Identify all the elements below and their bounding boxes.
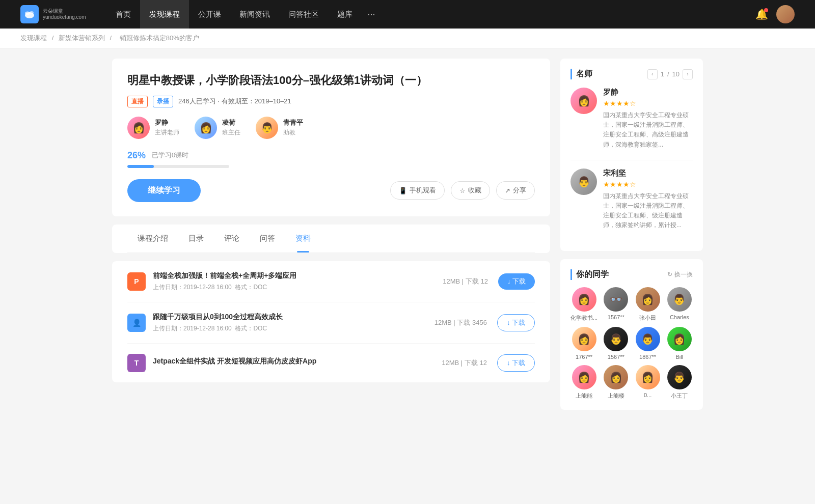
classmate-item-10[interactable]: 👩 0... xyxy=(634,365,661,400)
resource-name-2: Jetpack全组件实战 开发短视频应用高仿皮皮虾App xyxy=(153,357,442,366)
instructor-avatar-2: 👩 xyxy=(195,117,217,139)
header-right: 🔔 xyxy=(755,5,795,23)
prev-page-button[interactable]: ‹ xyxy=(647,69,658,79)
resource-meta-0: 上传日期：2019-12-28 16:00 格式：DOC xyxy=(153,283,443,292)
classmate-avatar-4: 👩 xyxy=(572,327,596,351)
resource-item-2: T Jetpack全组件实战 开发短视频应用高仿皮皮虾App 12MB | 下载… xyxy=(127,344,535,382)
instructor-role-2: 班主任 xyxy=(222,128,240,137)
tab-resources[interactable]: 资料 xyxy=(285,225,321,253)
classmate-item-0[interactable]: 👩 化学教书... xyxy=(570,287,597,322)
page-current: 1 xyxy=(661,70,664,78)
teachers-header: 名师 ‹ 1 / 10 › xyxy=(570,69,693,79)
resource-item-1: 👤 跟随千万级项目从0到100全过程高效成长 上传日期：2019-12-28 1… xyxy=(127,302,535,344)
continue-learning-button[interactable]: 继续学习 xyxy=(127,179,201,202)
classmate-name-4: 1767** xyxy=(570,354,597,360)
nav-qa[interactable]: 问答社区 xyxy=(279,0,328,29)
teacher-avatar-2: 👨 xyxy=(570,169,597,195)
next-page-button[interactable]: › xyxy=(683,69,693,79)
classmate-name-7: Bill xyxy=(666,354,693,360)
main-nav: 首页 发现课程 公开课 新闻资讯 问答社区 题库 ··· xyxy=(106,0,382,29)
teacher-name-2: 宋利坚 xyxy=(603,169,693,178)
tab-catalog[interactable]: 目录 xyxy=(178,225,214,253)
classmate-avatar-1: 👓 xyxy=(604,287,628,312)
classmate-avatar-8: 👩 xyxy=(572,365,596,389)
course-enrollment: 246人已学习 · 有效期至：2019–10–21 xyxy=(178,97,291,106)
instructor-2: 👩 凌荷 班主任 xyxy=(195,117,240,139)
teacher-info-2: 宋利坚 ★★★★☆ 国内某重点大学安全工程专业硕士，国家一级注册消防工程师、注册… xyxy=(603,169,693,231)
logo-icon xyxy=(20,5,39,23)
instructor-1: 👩 罗静 主讲老师 xyxy=(127,117,179,139)
resource-stats-0: 12MB | 下载 12 xyxy=(443,277,488,286)
breadcrumb-series[interactable]: 新媒体营销系列 xyxy=(59,34,105,42)
course-tabs: 课程介绍 目录 评论 问答 资料 xyxy=(127,225,535,253)
share-button[interactable]: ↗ 分享 xyxy=(496,181,535,200)
resource-info-0: 前端全栈加强版！前端全栈+全周期+多端应用 上传日期：2019-12-28 16… xyxy=(153,271,443,292)
classmate-item-1[interactable]: 👓 1567** xyxy=(603,287,629,322)
resource-info-1: 跟随千万级项目从0到100全过程高效成长 上传日期：2019-12-28 16:… xyxy=(153,313,434,333)
action-row: 继续学习 📱 手机观看 ☆ 收藏 ↗ 分享 xyxy=(127,179,535,202)
teachers-title: 名师 xyxy=(570,69,592,79)
nav-more[interactable]: ··· xyxy=(362,0,382,29)
classmate-item-9[interactable]: 👩 上能楼 xyxy=(603,365,629,400)
refresh-label: 换一换 xyxy=(674,270,693,279)
instructor-avatar-1: 👩 xyxy=(127,117,150,139)
download-button-2[interactable]: ↓ 下载 xyxy=(497,354,535,372)
resource-meta-1: 上传日期：2019-12-28 16:00 格式：DOC xyxy=(153,324,434,333)
course-meta: 直播 录播 246人已学习 · 有效期至：2019–10–21 xyxy=(127,96,535,107)
classmate-avatar-10: 👩 xyxy=(636,365,660,389)
classmate-avatar-11: 👨 xyxy=(667,365,692,389)
star-icon: ☆ xyxy=(459,187,466,194)
nav-news[interactable]: 新闻资讯 xyxy=(230,0,279,29)
teachers-card: 名师 ‹ 1 / 10 › 👩 罗静 ★★★★☆ 国内某重点大学安全工程专业硕士… xyxy=(560,59,703,251)
nav-discover[interactable]: 发现课程 xyxy=(140,0,189,29)
classmates-grid: 👩 化学教书... 👓 1567** 👩 张小田 👨 Charles 👩 176… xyxy=(570,287,693,400)
classmate-name-10: 0... xyxy=(634,392,661,398)
resource-list: P 前端全栈加强版！前端全栈+全周期+多端应用 上传日期：2019-12-28 … xyxy=(112,261,550,382)
breadcrumb-discover[interactable]: 发现课程 xyxy=(20,34,47,42)
progress-percentage: 26% xyxy=(127,150,146,161)
nav-public[interactable]: 公开课 xyxy=(189,0,230,29)
refresh-classmates-button[interactable]: ↻ 换一换 xyxy=(667,270,693,279)
instructors: 👩 罗静 主讲老师 👩 凌荷 班主任 👨 青青平 xyxy=(127,117,535,139)
nav-quiz[interactable]: 题库 xyxy=(328,0,362,29)
classmate-item-8[interactable]: 👩 上能能 xyxy=(570,365,597,400)
instructor-role-3: 助教 xyxy=(283,128,303,137)
download-button-1[interactable]: ↓ 下载 xyxy=(497,314,535,331)
classmate-item-2[interactable]: 👩 张小田 xyxy=(634,287,661,322)
classmate-name-1: 1567** xyxy=(603,314,629,320)
mobile-watch-button[interactable]: 📱 手机观看 xyxy=(390,181,445,200)
header: 云朵课堂 yunduoketang.com 首页 发现课程 公开课 新闻资讯 问… xyxy=(0,0,815,29)
classmate-name-8: 上能能 xyxy=(570,392,597,400)
resource-stats-1: 12MB | 下载 3456 xyxy=(434,318,487,327)
classmate-item-7[interactable]: 👩 Bill xyxy=(666,327,693,360)
right-sidebar: 名师 ‹ 1 / 10 › 👩 罗静 ★★★★☆ 国内某重点大学安全工程专业硕士… xyxy=(560,59,703,418)
classmate-name-5: 1567** xyxy=(603,354,629,360)
classmate-name-3: Charles xyxy=(666,314,693,320)
tab-intro[interactable]: 课程介绍 xyxy=(127,225,178,253)
classmate-item-6[interactable]: 👨 1867** xyxy=(634,327,661,360)
teacher-item-1: 👩 罗静 ★★★★☆ 国内某重点大学安全工程专业硕士，国家一级注册消防工程师、注… xyxy=(570,88,693,150)
classmate-item-4[interactable]: 👩 1767** xyxy=(570,327,597,360)
logo-text: 云朵课堂 yunduoketang.com xyxy=(43,8,86,20)
classmates-title: 你的同学 xyxy=(570,269,609,280)
download-button-0[interactable]: ↓ 下载 xyxy=(498,273,535,290)
classmate-item-11[interactable]: 👨 小王丁 xyxy=(666,365,693,400)
classmate-avatar-6: 👨 xyxy=(636,327,660,351)
instructor-3: 👨 青青平 助教 xyxy=(256,117,303,139)
tab-review[interactable]: 评论 xyxy=(214,225,250,253)
tab-qa[interactable]: 问答 xyxy=(250,225,285,253)
notification-bell[interactable]: 🔔 xyxy=(755,8,768,20)
classmate-item-5[interactable]: 👨 1567** xyxy=(603,327,629,360)
user-avatar-header[interactable] xyxy=(776,5,795,23)
resource-icon-0: P xyxy=(127,272,146,291)
instructor-info-2: 凌荷 班主任 xyxy=(222,118,240,137)
course-info-card: 明星中教授课，小学阶段语法100分–强化级第1讲动词（一） 直播 录播 246人… xyxy=(112,59,550,216)
teacher-avatar-1: 👩 xyxy=(570,88,597,114)
instructor-name-3: 青青平 xyxy=(283,118,303,127)
progress-text: 已学习0课时 xyxy=(152,151,188,160)
logo[interactable]: 云朵课堂 yunduoketang.com xyxy=(20,5,86,23)
resource-item-0: P 前端全栈加强版！前端全栈+全周期+多端应用 上传日期：2019-12-28 … xyxy=(127,261,535,302)
nav-home[interactable]: 首页 xyxy=(106,0,140,29)
classmate-item-3[interactable]: 👨 Charles xyxy=(666,287,693,322)
collect-button[interactable]: ☆ 收藏 xyxy=(451,181,490,200)
